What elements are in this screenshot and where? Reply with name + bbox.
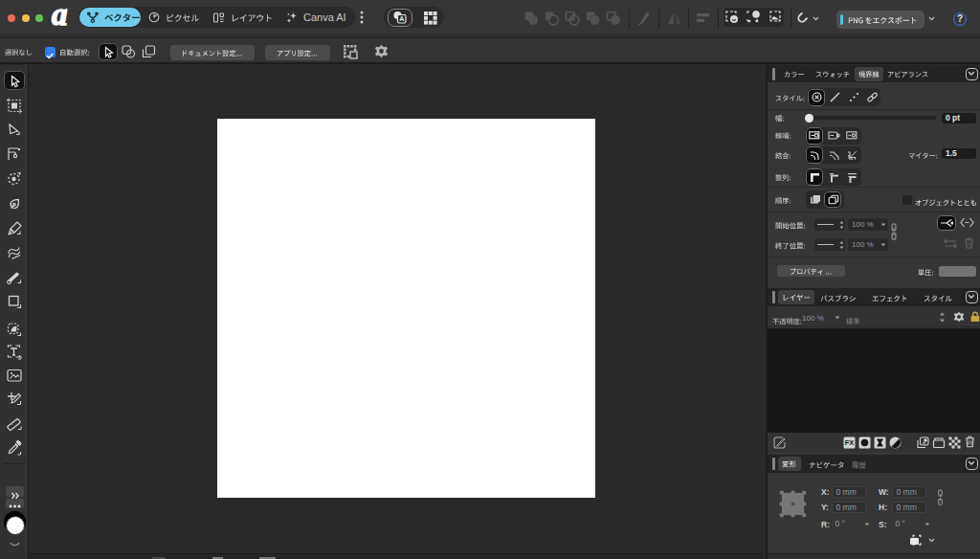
svg-text:FX: FX bbox=[845, 438, 855, 447]
svg-text:A: A bbox=[399, 15, 404, 22]
